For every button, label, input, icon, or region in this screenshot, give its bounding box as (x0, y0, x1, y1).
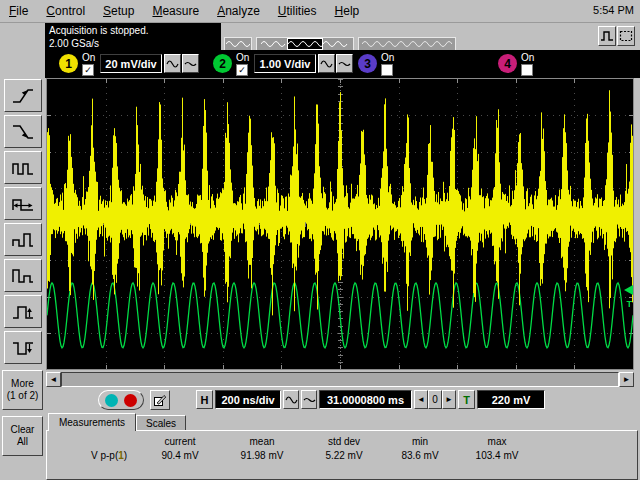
waveform-squiggle-icon (323, 39, 349, 49)
trigger-level-display[interactable]: 220 mV (477, 390, 545, 409)
channel-3-on-label: On (381, 52, 394, 63)
value-current: 90.4 mV (140, 450, 220, 461)
waveform-squiggle-icon (362, 39, 452, 49)
channel-4-on-checkbox[interactable] (521, 64, 533, 76)
menu-file[interactable]: File (0, 1, 37, 21)
clear-all-button[interactable]: Clear All (2, 416, 43, 456)
trigger-setup-button[interactable]: T (458, 390, 475, 409)
memory-bar-segment-3 (358, 37, 456, 51)
trigger-pulse-low-button[interactable] (4, 331, 42, 364)
memory-bar-segment-2[interactable] (256, 37, 354, 51)
delay-left-icon: ◄ (417, 395, 425, 404)
channel-1-on-checkbox[interactable]: ✓ (82, 64, 94, 76)
measurement-row-label[interactable]: V p-p(1) (91, 450, 127, 461)
tab-measurements[interactable]: Measurements (48, 413, 136, 431)
dashed-box-button[interactable] (617, 26, 635, 46)
channel-3-on-checkbox[interactable] (381, 64, 393, 76)
measurement-name: V p-p( (91, 450, 118, 461)
channel-2-on-checkbox[interactable]: ✓ (236, 64, 248, 76)
column-mean: mean (222, 436, 302, 447)
menu-control[interactable]: Control (37, 1, 94, 21)
value-min: 83.6 mV (380, 450, 460, 461)
timebase-expand-button[interactable] (283, 390, 299, 409)
column-min: min (380, 436, 460, 447)
delay-right-icon: ► (445, 395, 453, 404)
channel-2-scale-up-button[interactable] (318, 54, 335, 73)
delay-zero-button[interactable]: 0 (428, 390, 442, 409)
scroll-right-button[interactable]: ► (619, 372, 634, 387)
menu-utilities[interactable]: Utilities (269, 1, 326, 21)
clear-all-label-1: Clear (11, 424, 35, 436)
scope-canvas[interactable] (47, 79, 633, 369)
pulse-mode-button[interactable] (598, 26, 616, 46)
clear-all-label-2: All (17, 436, 28, 448)
delay-right-button[interactable]: ► (442, 390, 456, 409)
channel-1-on-label: On (82, 52, 95, 63)
channel-2-scale-down-button[interactable] (336, 54, 353, 73)
small-sine-icon (303, 395, 316, 405)
waveform-squiggle-icon (261, 39, 287, 49)
runt-pulse-icon (10, 230, 36, 250)
glitch-pulse-icon (10, 266, 36, 286)
pulse-down-arrow-icon (10, 338, 36, 358)
channel-2-scale-display[interactable]: 1.00 V/div (254, 54, 316, 73)
column-max: max (457, 436, 537, 447)
trigger-pulse-width-button[interactable] (4, 187, 42, 220)
menu-setup[interactable]: Setup (94, 1, 143, 21)
tab-scales[interactable]: Scales (136, 415, 186, 431)
small-sine-icon (184, 59, 197, 69)
horizontal-scrollbar: ◄ ► (46, 372, 634, 387)
delay-zero-label: 0 (432, 394, 438, 405)
channel-4-on-label: On (521, 52, 534, 63)
channel-3-number: 3 (364, 57, 371, 71)
trigger-pulse-high-button[interactable] (4, 295, 42, 328)
trigger-edge-falling-button[interactable] (4, 115, 42, 148)
stop-button[interactable] (124, 394, 137, 407)
channel-1-button[interactable]: 1 (59, 54, 78, 73)
channel-4-button[interactable]: 4 (498, 54, 517, 73)
trigger-edge-rising-button[interactable] (4, 79, 42, 112)
timebase-compress-button[interactable] (301, 390, 317, 409)
annotate-button[interactable] (150, 390, 170, 410)
horizontal-h-label: H (201, 394, 209, 406)
menu-help[interactable]: Help (326, 1, 369, 21)
scroll-left-button[interactable]: ◄ (46, 372, 61, 387)
trigger-glitch-button[interactable] (4, 259, 42, 292)
channel-3-button[interactable]: 3 (358, 54, 377, 73)
memory-bar-selection[interactable] (287, 38, 323, 50)
timebase-display[interactable]: 200 ns/div (215, 390, 281, 409)
large-sine-icon (285, 395, 298, 405)
pulse-train-icon (10, 158, 36, 178)
channel-4-number: 4 (504, 57, 511, 71)
delay-display[interactable]: 31.0000800 ms (319, 390, 412, 409)
column-std-dev: std dev (304, 436, 384, 447)
scroll-track[interactable] (61, 372, 619, 387)
delay-left-button[interactable]: ◄ (414, 390, 428, 409)
channel-1-scale-down-button[interactable] (182, 54, 199, 73)
pulse-icon (599, 28, 615, 44)
more-button-page: (1 of 2) (7, 390, 39, 402)
menu-bar: File Control Setup Measure Analyze Utili… (0, 0, 640, 23)
horizontal-setup-button[interactable]: H (196, 390, 213, 409)
trigger-pulse-train-button[interactable] (4, 151, 42, 184)
ch2-trigger-label: T (627, 299, 633, 309)
waveform-squiggle-icon (226, 39, 250, 49)
edge-rising-icon (10, 86, 36, 106)
run-stop-group (98, 390, 144, 410)
run-button[interactable] (105, 394, 118, 407)
oscilloscope-app: File Control Setup Measure Analyze Utili… (0, 0, 640, 480)
channel-1-scale-up-button[interactable] (164, 54, 181, 73)
large-sine-icon (320, 59, 333, 69)
waveform-display: T T (46, 78, 634, 370)
ch2-marker[interactable] (624, 285, 633, 295)
menu-measure[interactable]: Measure (143, 1, 208, 21)
trigger-runt-button[interactable] (4, 223, 42, 256)
channel-1-scale-display[interactable]: 20 mV/div (100, 54, 162, 73)
value-mean: 91.98 mV (222, 450, 302, 461)
clock: 5:54 PM (593, 4, 634, 16)
ch1-trigger-marker[interactable] (624, 210, 633, 220)
channel-2-button[interactable]: 2 (213, 54, 232, 73)
more-button[interactable]: More (1 of 2) (2, 370, 43, 410)
menu-analyze[interactable]: Analyze (208, 1, 269, 21)
channel-1-number: 1 (65, 57, 72, 71)
